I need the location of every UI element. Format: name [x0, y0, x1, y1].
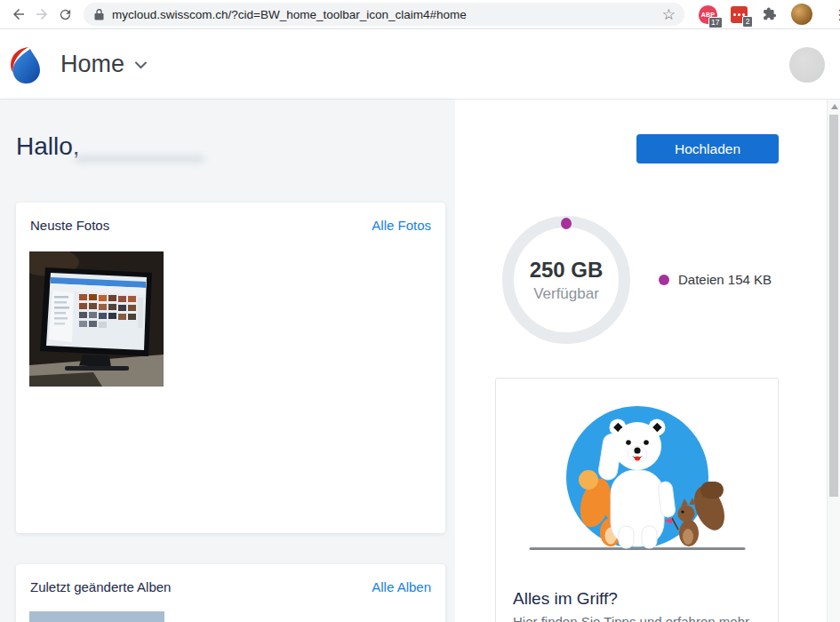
all-photos-link[interactable]: Alle Fotos — [372, 218, 431, 233]
storage-donut-chart: 250 GB Verfügbar — [502, 216, 630, 344]
album-thumbnail[interactable] — [29, 611, 164, 622]
monitor-photo-illustration — [29, 251, 164, 387]
adblock-extension-icon[interactable]: ABP 17 — [699, 5, 717, 24]
albums-card-title: Zuletzt geänderte Alben — [30, 579, 171, 594]
browser-forward-icon[interactable] — [30, 3, 53, 26]
browser-toolbar: mycloud.swisscom.ch/?cid=BW_home_toolbar… — [0, 0, 840, 29]
scroll-up-arrow[interactable] — [828, 104, 840, 113]
bookmark-star-icon[interactable]: ☆ — [662, 5, 676, 24]
recent-photos-card: Neuste Fotos Alle Fotos — [16, 203, 445, 533]
scrollbar[interactable] — [827, 100, 840, 622]
url-bar[interactable]: mycloud.swisscom.ch/?cid=BW_home_toolbar… — [84, 3, 684, 26]
recent-albums-card: Zuletzt geänderte Alben Alle Alben — [16, 564, 445, 622]
redacted-username — [75, 155, 204, 163]
padlock-icon — [94, 9, 104, 20]
extensions-puzzle-icon[interactable] — [761, 6, 778, 23]
legend-label: Dateien 154 KB — [678, 272, 772, 287]
photo-thumbnail[interactable] — [29, 251, 164, 387]
all-albums-link[interactable]: Alle Alben — [372, 579, 431, 594]
tips-text: Hier finden Sie Tipps und erfahren mehr … — [513, 613, 767, 622]
notes-extension-icon[interactable]: 2 — [731, 6, 748, 23]
mascots-illustration — [526, 403, 748, 554]
url-text[interactable]: mycloud.swisscom.ch/?cid=BW_home_toolbar… — [112, 8, 655, 21]
home-nav-label: Home — [60, 51, 124, 78]
legend-dot-icon — [659, 275, 669, 285]
browser-profile-avatar[interactable] — [791, 4, 812, 25]
notes-badge: 2 — [742, 16, 753, 28]
right-panel: Hochladen 250 GB Verfügbar Dateien 154 K… — [455, 100, 827, 622]
mycloud-logo[interactable] — [7, 44, 44, 85]
app-header: Home — [0, 30, 840, 100]
user-avatar[interactable] — [789, 47, 825, 83]
tips-card[interactable]: Alles im Griff? Hier finden Sie Tipps un… — [495, 378, 779, 622]
photos-card-title: Neuste Fotos — [30, 218, 109, 233]
browser-reload-icon[interactable] — [53, 3, 76, 26]
greeting-heading: Hallo, — [16, 132, 80, 161]
storage-available-value: 250 GB — [530, 258, 604, 283]
storage-available-label: Verfügbar — [533, 285, 599, 303]
left-panel: Hallo, Neuste Fotos Alle Fotos — [0, 100, 455, 622]
browser-back-icon[interactable] — [7, 3, 30, 26]
tips-title: Alles im Griff? — [513, 589, 618, 609]
browser-menu-icon[interactable]: ⋮ — [828, 6, 840, 23]
extensions-row: ABP 17 2 ⋮ — [699, 4, 840, 25]
chevron-down-icon — [134, 57, 148, 73]
upload-button[interactable]: Hochladen — [636, 134, 779, 163]
screen: mycloud.swisscom.ch/?cid=BW_home_toolbar… — [0, 0, 840, 622]
home-nav-dropdown[interactable]: Home — [60, 51, 148, 78]
scrollbar-thumb[interactable] — [829, 115, 838, 497]
storage-legend: Dateien 154 KB — [659, 272, 772, 287]
adblock-badge: 17 — [708, 17, 723, 28]
